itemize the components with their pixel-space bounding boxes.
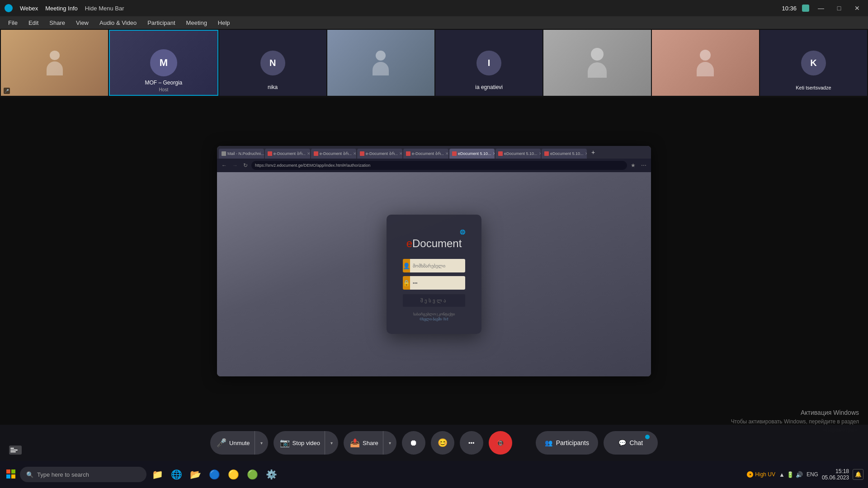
browser-bookmark[interactable]: ★ (629, 161, 637, 169)
participant-tile-ia[interactable]: I ia egnatievi (435, 30, 542, 96)
subtitle-toggle-button[interactable] (9, 446, 22, 457)
webex-controls-bar: 🎤 Unmute ▾ 📷 Stop video ▾ 📤 Share (0, 425, 868, 461)
browser-window: Mail - N.Podruchni... ✕ e-Document ბრ...… (217, 146, 651, 376)
browser-tab-mail[interactable]: Mail - N.Podruchni... ✕ (219, 149, 264, 159)
reactions-button[interactable]: 😊 (431, 431, 454, 455)
unmute-group: 🎤 Unmute ▾ (210, 431, 268, 455)
browser-tab-edoc6[interactable]: eDocument 5.10... ✕ (495, 149, 541, 159)
username-input[interactable] (410, 259, 465, 272)
edocument-footer: სასარგებლო | კონტაქტი ©სვლი ბაემი ᲘᲡᲓ (403, 312, 465, 321)
share-button[interactable]: 📤 Share (344, 431, 383, 455)
svg-rect-2 (10, 450, 18, 450)
chat-notification-dot (645, 435, 650, 439)
tray-icons[interactable]: ▲ 🔋 🔊 (779, 471, 803, 478)
browser-address-bar[interactable]: https://snv2.edocument.ge/DEMO/app/index… (251, 161, 627, 170)
unmute-button[interactable]: 🎤 Unmute (210, 431, 255, 455)
taskbar: 🔍 Type here to search 📁 🌐 📂 🔵 🟡 🟢 ⚙️ (0, 461, 868, 488)
svg-rect-5 (11, 469, 15, 474)
browser-tab-edoc5[interactable]: eDocument 5.10... ✕ (449, 149, 495, 159)
menu-share[interactable]: Share (45, 19, 70, 27)
menu-meeting[interactable]: Meeting (182, 19, 212, 27)
maximize-button[interactable]: □ (833, 3, 845, 13)
participant-strip: 🎤 M MOF – Georgia Host N nika (0, 29, 868, 97)
menu-file[interactable]: File (4, 19, 22, 27)
participant-tile-keti[interactable]: K Keti tsertsvadze (760, 30, 867, 96)
record-button[interactable]: ⏺ (402, 431, 425, 455)
taskbar-app8[interactable]: ⚙️ (263, 466, 279, 483)
hide-menu-button[interactable]: Hide Menu Bar (85, 5, 124, 12)
bell-icon: 🔔 (855, 471, 862, 478)
edocument-login-form: 🌐 eDocument 👤 🔒 (387, 215, 481, 334)
login-submit-button[interactable]: შესვლა (403, 294, 465, 307)
password-field-group: 🔒 (403, 276, 465, 290)
participant-name-mof: MOF – Georgia (145, 80, 183, 86)
svg-rect-7 (11, 474, 15, 479)
taskbar-app7[interactable]: 🟢 (244, 466, 260, 483)
language-indicator: ENG (807, 471, 818, 478)
browser-tab-edoc3[interactable]: e-Document ბრ... ✕ (357, 149, 402, 159)
password-icon: 🔒 (403, 276, 410, 290)
chat-button[interactable]: 💬 Chat (604, 431, 658, 455)
new-tab-button[interactable]: + (588, 149, 599, 156)
participant-name-nika: nika (268, 84, 278, 90)
browser-tab-edoc4[interactable]: e-Document ბრ... ✕ (403, 149, 448, 159)
participant-name-ia: ia egnatievi (475, 84, 503, 90)
menu-help[interactable]: Help (213, 19, 235, 27)
taskbar-ie[interactable]: 🌐 (168, 466, 184, 483)
svg-rect-3 (10, 451, 16, 452)
participant-tile-camera3[interactable] (543, 30, 651, 96)
browser-menu[interactable]: ⋯ (639, 161, 648, 169)
clock: 10:36 (782, 5, 797, 12)
system-tray: ☀ High UV ▲ 🔋 🔊 ENG 15:18 05.06.2023 🔔 (747, 468, 863, 481)
taskbar-folder[interactable]: 📂 (187, 466, 203, 483)
taskbar-file-explorer[interactable]: 📁 (149, 466, 165, 483)
edocument-title: eDocument (403, 237, 465, 250)
participant-tile-nika[interactable]: N nika (219, 30, 326, 96)
browser-refresh[interactable]: ↻ (241, 161, 250, 169)
webex-icon (5, 4, 13, 12)
emoji-icon: 😊 (438, 438, 448, 448)
app-name: Webex (20, 5, 38, 12)
taskbar-chrome[interactable]: 🟡 (225, 466, 241, 483)
stop-video-button[interactable]: 📷 Stop video (274, 431, 325, 455)
close-button[interactable]: ✕ (851, 3, 863, 13)
password-input[interactable] (410, 276, 465, 290)
browser-forward[interactable]: → (231, 161, 240, 169)
browser-tab-edoc2[interactable]: e-Document ბრ... ✕ (311, 149, 356, 159)
chevron-down-icon: ▾ (260, 441, 263, 446)
browser-back[interactable]: ← (220, 161, 229, 169)
video-options-button[interactable]: ▾ (325, 431, 338, 455)
participant-tile-camera4[interactable] (652, 30, 759, 96)
search-placeholder-text: Type here to search (37, 471, 89, 478)
taskbar-app5[interactable]: 🔵 (206, 466, 222, 483)
share-group: 📤 Share ▾ (344, 431, 396, 455)
participants-icon: 👥 (545, 439, 552, 446)
taskbar-search[interactable]: 🔍 Type here to search (20, 467, 146, 482)
video-camera-icon: 📷 (280, 438, 290, 448)
menu-edit[interactable]: Edit (24, 19, 43, 27)
chevron-down-icon: ▾ (330, 441, 333, 446)
participant-tile-mof[interactable]: M MOF – Georgia Host (109, 30, 218, 96)
right-panel-buttons: 👥 Participants 💬 Chat (536, 431, 658, 455)
participants-button[interactable]: 👥 Participants (536, 431, 598, 455)
start-button[interactable] (5, 468, 17, 482)
browser-tab-edoc7[interactable]: eDocument 5.10... ✕ (542, 149, 587, 159)
participant-tile-camera2[interactable] (327, 30, 434, 96)
unmute-options-button[interactable]: ▾ (255, 431, 268, 455)
browser-tab-edoc1[interactable]: e-Document ბრ... ✕ (265, 149, 310, 159)
share-options-button[interactable]: ▾ (383, 431, 396, 455)
minimize-button[interactable]: — (815, 3, 827, 13)
participant-role-host: Host (159, 87, 169, 92)
end-call-button[interactable]: 📵 (489, 431, 512, 455)
more-options-button[interactable]: ••• (460, 431, 483, 455)
participant-tile[interactable]: 🎤 (1, 30, 108, 96)
browser-content: 🌐 eDocument 👤 🔒 (217, 172, 651, 376)
menu-participant[interactable]: Participant (143, 19, 179, 27)
edoc-lang-icon[interactable]: 🌐 (460, 230, 465, 235)
record-icon: ⏺ (410, 438, 418, 448)
menu-view[interactable]: View (71, 19, 93, 27)
menu-bar: File Edit Share View Audio & Video Parti… (0, 16, 868, 29)
notification-button[interactable]: 🔔 (853, 469, 863, 480)
menu-audio-video[interactable]: Audio & Video (95, 19, 141, 27)
meeting-info-button[interactable]: Meeting Info (45, 5, 78, 12)
